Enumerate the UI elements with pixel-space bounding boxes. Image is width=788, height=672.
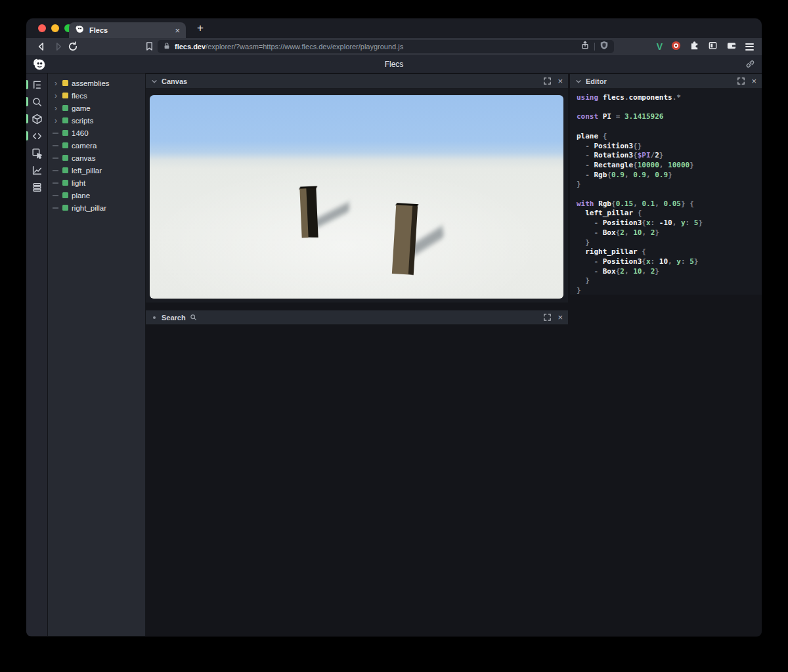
share-icon[interactable]	[580, 41, 590, 52]
minimize-window-button[interactable]	[51, 24, 59, 32]
workspace: Canvas ×	[146, 74, 762, 636]
vue-devtools-extension-icon[interactable]: V	[657, 41, 663, 52]
entity-color-swatch	[62, 117, 68, 123]
tab-favicon-flecs-icon	[75, 24, 84, 36]
expand-chevron-icon[interactable]: ›	[53, 93, 59, 99]
back-button[interactable]	[35, 41, 47, 52]
entity-label: assemblies	[72, 79, 110, 87]
outline-tree-icon[interactable]	[32, 79, 43, 91]
tool-sidebar	[26, 74, 48, 636]
brave-shield-icon[interactable]	[600, 41, 609, 52]
address-bar[interactable]: flecs.dev/explorer/?wasm=https://www.fle…	[158, 40, 614, 53]
expand-chevron-icon[interactable]: ›	[53, 80, 59, 87]
close-panel-icon[interactable]: ×	[558, 77, 563, 85]
code-line[interactable]: }	[577, 276, 762, 286]
new-tab-button[interactable]: +	[192, 20, 208, 36]
toolbar-divider	[594, 43, 595, 51]
code-line[interactable]: plane {	[577, 132, 762, 142]
fullscreen-icon[interactable]	[544, 75, 551, 87]
chevron-down-icon[interactable]	[151, 75, 158, 87]
entity-label: scripts	[72, 117, 93, 125]
canvas-panel-header[interactable]: Canvas ×	[146, 74, 568, 89]
sidebar-toggle-icon[interactable]	[708, 41, 718, 53]
red-extension-icon[interactable]	[671, 41, 681, 53]
active-indicator	[26, 97, 28, 106]
code-line[interactable]	[577, 190, 762, 200]
reload-button[interactable]	[67, 41, 79, 52]
code-line[interactable]: const PI = 3.1415926	[577, 112, 762, 122]
extensions-puzzle-icon[interactable]	[690, 41, 699, 53]
search-panel-header[interactable]: Search ×	[146, 310, 568, 325]
entity-color-swatch	[62, 155, 68, 161]
tree-item-light[interactable]: light	[48, 177, 145, 189]
chevron-down-icon[interactable]	[575, 75, 582, 87]
tree-item-plane[interactable]: plane	[48, 189, 145, 201]
entity-label: canvas	[72, 154, 95, 162]
tab-title: Flecs	[89, 26, 169, 34]
close-panel-icon[interactable]: ×	[558, 313, 563, 322]
expand-chevron-icon[interactable]: ›	[53, 105, 59, 112]
tab-close-icon[interactable]: ×	[175, 26, 180, 35]
code-editor-icon[interactable]	[32, 131, 43, 142]
tree-item-assemblies[interactable]: ›assemblies	[48, 77, 145, 89]
editor-panel: Editor × using flecs.components.* const …	[570, 74, 762, 295]
code-line[interactable]: }	[577, 180, 762, 190]
tree-item-flecs[interactable]: ›flecs	[48, 89, 145, 102]
tree-item-left_pillar[interactable]: left_pillar	[48, 164, 145, 177]
entities-cube-icon[interactable]	[32, 114, 43, 125]
tree-item-game[interactable]: ›game	[48, 102, 145, 114]
menu-hamburger-icon[interactable]	[745, 41, 754, 52]
editor-panel-header[interactable]: Editor ×	[570, 74, 762, 89]
3d-viewport[interactable]	[150, 95, 563, 299]
share-link-icon[interactable]	[745, 59, 755, 72]
entity-color-swatch	[62, 105, 68, 111]
entity-color-swatch	[62, 180, 68, 186]
expand-chevron-icon[interactable]: ›	[53, 117, 59, 124]
code-line[interactable]: - Box{2, 10, 2}	[577, 267, 762, 277]
queries-stack-icon[interactable]	[32, 182, 43, 193]
entity-label: game	[72, 104, 91, 112]
code-line[interactable]: }	[577, 286, 762, 296]
code-line[interactable]: - Box{2, 10, 2}	[577, 228, 762, 238]
code-line[interactable]: }	[577, 238, 762, 248]
inspect-icon[interactable]	[32, 148, 43, 159]
forward-button[interactable]	[53, 41, 64, 52]
fullscreen-icon[interactable]	[737, 75, 745, 87]
entity-label: flecs	[72, 92, 87, 100]
canvas-panel: Canvas ×	[146, 74, 568, 303]
tree-item-canvas[interactable]: canvas	[48, 152, 145, 164]
code-line[interactable]: - Position3{}	[577, 142, 762, 152]
code-line[interactable]: - Rgb{0.9, 0.9, 0.9}	[577, 171, 762, 180]
tree-item-right_pillar[interactable]: right_pillar	[48, 201, 145, 214]
fullscreen-icon[interactable]	[544, 312, 551, 324]
code-line[interactable]: left_pillar {	[577, 209, 762, 219]
search-icon[interactable]	[32, 96, 43, 108]
tree-item-camera[interactable]: camera	[48, 139, 145, 152]
code-line[interactable]	[577, 103, 762, 113]
leaf-dash-icon	[53, 133, 58, 134]
code-line[interactable]: - Rectangle{10000, 10000}	[577, 161, 762, 171]
code-line[interactable]: - Position3{x: -10, y: 5}	[577, 219, 762, 228]
code-line[interactable]: - Rotation3{$PI/2}	[577, 151, 762, 161]
search-panel: Search ×	[146, 310, 568, 325]
bookmark-icon[interactable]	[144, 41, 156, 53]
collapse-indicator-icon[interactable]	[153, 316, 156, 319]
close-window-button[interactable]	[38, 24, 46, 32]
tree-item-1460[interactable]: 1460	[48, 127, 145, 139]
code-line[interactable]: using flecs.components.*	[577, 93, 762, 103]
entity-color-swatch	[62, 80, 68, 86]
wallet-icon[interactable]	[726, 41, 737, 53]
code-line[interactable]: - Position3{x: 10, y: 5}	[577, 257, 762, 267]
stats-chart-icon[interactable]	[32, 165, 43, 176]
code-line[interactable]	[577, 122, 762, 132]
leaf-dash-icon	[53, 195, 58, 196]
tree-item-scripts[interactable]: ›scripts	[48, 114, 145, 127]
leaf-dash-icon	[53, 158, 58, 159]
browser-tab-flecs[interactable]: Flecs ×	[69, 22, 186, 38]
code-line[interactable]: right_pillar {	[577, 247, 762, 257]
entity-label: camera	[72, 142, 97, 150]
page-title: Flecs	[26, 60, 762, 69]
code-editor[interactable]: using flecs.components.* const PI = 3.14…	[570, 89, 762, 296]
close-panel-icon[interactable]: ×	[751, 77, 756, 85]
code-line[interactable]: with Rgb{0.15, 0.1, 0.05} {	[577, 200, 762, 209]
